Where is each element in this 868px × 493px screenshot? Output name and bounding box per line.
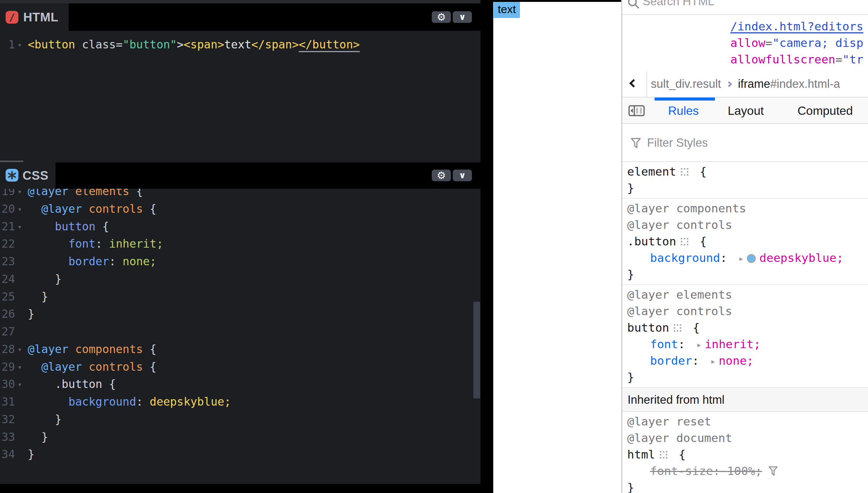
fold-arrow-icon[interactable]: ▾: [15, 200, 28, 218]
markup-line[interactable]: ="" "allow f: [730, 68, 868, 71]
code-line[interactable]: 31 background: deepskyblue;: [0, 393, 481, 411]
selector-highlighter-icon[interactable]: [659, 450, 668, 459]
code-text: border: none;: [28, 253, 481, 271]
html-collapse-button[interactable]: ∨: [453, 11, 472, 23]
preview-top-strip: [481, 0, 621, 2]
fold-arrow-icon[interactable]: ▾: [15, 358, 28, 376]
code-token: [28, 395, 68, 408]
rule-selector[interactable]: html: [627, 448, 655, 461]
markup-line[interactable]: allowfullscreen="tr: [730, 51, 868, 68]
html-settings-button[interactable]: ⚙: [432, 11, 451, 23]
chevron-down-icon: ∨: [459, 12, 466, 22]
breadcrumb-item-iframe[interactable]: iframe#index.html-a: [738, 77, 840, 91]
tab-rules[interactable]: Rules: [668, 98, 699, 124]
rule-property-line[interactable]: font: ▶inherit;: [627, 336, 868, 352]
expand-arrow-icon[interactable]: ▶: [739, 251, 743, 267]
property-value[interactable]: 100%;: [727, 464, 762, 478]
open-brace: {: [693, 165, 707, 178]
filter-styles-row[interactable]: Filter Styles: [622, 124, 868, 162]
code-token: font: [68, 237, 95, 250]
code-token: [28, 255, 68, 268]
rule-selector[interactable]: element: [627, 165, 676, 178]
code-line[interactable]: 34}: [0, 446, 481, 463]
rule-selector[interactable]: button: [627, 321, 669, 334]
css-code-editor[interactable]: 19▾@layer elements {20▾ @layer controls …: [0, 189, 481, 484]
code-token: allow: [730, 36, 765, 50]
fold-arrow-icon[interactable]: ▾: [15, 218, 28, 236]
code-token: [28, 377, 55, 391]
inherited-from-html-header: Inherited from html: [622, 388, 868, 412]
markup-line[interactable]: allow="camera; disp: [730, 35, 868, 51]
editor-preview-gutter[interactable]: [481, 0, 493, 493]
fold-spacer: [15, 411, 28, 428]
rule-selector-line[interactable]: button {: [627, 319, 868, 336]
line-number: 20: [0, 200, 15, 218]
color-swatch[interactable]: [747, 254, 756, 263]
panel-resize-handle[interactable]: [0, 161, 23, 162]
fold-arrow-icon[interactable]: ▾: [15, 189, 28, 200]
code-line[interactable]: 23 border: none;: [0, 253, 481, 271]
selector-highlighter-icon[interactable]: [680, 237, 689, 246]
rule-selector-line[interactable]: .button {: [627, 233, 868, 250]
code-line[interactable]: 20▾ @layer controls {: [0, 200, 481, 218]
code-line[interactable]: 30▾ .button {: [0, 376, 481, 393]
fold-spacer: [15, 253, 28, 271]
rule-selector[interactable]: .button: [627, 234, 676, 248]
code-line[interactable]: 26}: [0, 305, 481, 323]
tab-computed[interactable]: Computed: [797, 98, 853, 124]
css-editor-scrollbar[interactable]: [473, 302, 480, 398]
tab-css-editor[interactable]: * CSS: [0, 162, 56, 189]
code-line[interactable]: 33 }: [0, 428, 481, 446]
selector-highlighter-icon[interactable]: [673, 323, 682, 332]
search-html-row[interactable]: Search HTML: [622, 0, 868, 15]
expand-arrow-icon[interactable]: ▶: [711, 353, 715, 370]
code-line[interactable]: 1▾<button class="button"><span>text</spa…: [0, 36, 481, 54]
property-name[interactable]: background: [650, 251, 720, 265]
expand-arrow-icon[interactable]: ▶: [697, 337, 701, 353]
code-line[interactable]: 27: [0, 323, 481, 341]
property-value[interactable]: deepskyblue;: [760, 251, 844, 265]
property-value[interactable]: none;: [719, 354, 754, 367]
pane-toggle-icon[interactable]: [628, 105, 645, 116]
property-name[interactable]: font-size: [650, 464, 713, 478]
code-line[interactable]: 19▾@layer elements {: [0, 189, 481, 200]
line-number: 21: [0, 218, 15, 236]
rule-property-line[interactable]: border: ▶none;: [627, 352, 868, 369]
css-collapse-button[interactable]: ∨: [453, 170, 472, 181]
code-line[interactable]: 28▾@layer components {: [0, 341, 481, 358]
code-line[interactable]: 29▾ @layer controls {: [0, 358, 481, 376]
code-line[interactable]: 25 }: [0, 288, 481, 306]
css-settings-button[interactable]: ⚙: [432, 170, 451, 181]
tab-layout[interactable]: Layout: [728, 98, 764, 124]
code-line[interactable]: 24 }: [0, 271, 481, 288]
preview-text-button[interactable]: text: [494, 2, 520, 18]
fold-arrow-icon[interactable]: ▾: [15, 341, 28, 358]
rule-property-line[interactable]: font-size: 100%;: [627, 463, 868, 479]
rule-selector-line[interactable]: html {: [627, 446, 868, 463]
property-name[interactable]: border: [650, 354, 692, 367]
code-text: }: [28, 305, 481, 323]
markup-line[interactable]: /index.html?editors: [730, 18, 868, 35]
code-token: {: [143, 360, 156, 373]
tab-html-editor[interactable]: / HTML: [0, 3, 69, 31]
selector-highlighter-icon[interactable]: [680, 167, 689, 176]
code-token: allowfullscreen: [730, 53, 835, 66]
html-code-editor[interactable]: 1▾<button class="button"><span>text</spa…: [0, 31, 481, 160]
fold-arrow-icon[interactable]: ▾: [15, 36, 28, 54]
rule-property-line[interactable]: background: ▶deepskyblue;: [627, 250, 868, 266]
property-name[interactable]: font: [650, 337, 678, 351]
css-tab-label: CSS: [23, 162, 48, 189]
gear-icon: ⚙: [437, 11, 446, 23]
breadcrumb-back-chevron-icon[interactable]: [629, 79, 638, 88]
code-line[interactable]: 21▾ button {: [0, 218, 481, 236]
property-filter-funnel-icon[interactable]: [768, 466, 778, 476]
fold-arrow-icon[interactable]: ▾: [15, 376, 28, 393]
markup-view[interactable]: /index.html?editorsallow="camera; dispal…: [622, 15, 868, 71]
code-text: @layer controls {: [28, 358, 481, 376]
code-line[interactable]: 22 font: inherit;: [0, 235, 481, 253]
property-value[interactable]: inherit;: [705, 337, 761, 351]
line-number: 24: [0, 271, 15, 288]
rule-selector-line[interactable]: element {: [627, 163, 868, 180]
code-line[interactable]: 32 }: [0, 411, 481, 428]
breadcrumb-item-result-div[interactable]: sult_div.result: [651, 77, 721, 91]
